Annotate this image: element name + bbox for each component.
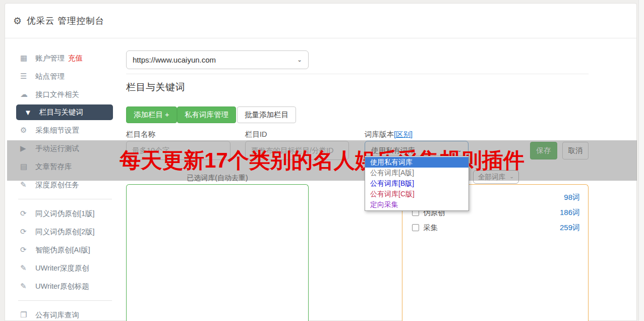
- sidebar-item-edit[interactable]: ✎UWriter原创标题: [5, 277, 120, 295]
- sidebar-item-label: 公有词库查询: [35, 310, 79, 320]
- dropdown-option[interactable]: 公有词库[C版]: [365, 189, 469, 199]
- sidebar-item-label: 同义词伪原创[1版]: [35, 209, 95, 219]
- sidebar-item-label: 智能伪原创[AI版]: [35, 245, 90, 255]
- sidebar-item-label: 接口文件相关: [35, 90, 79, 99]
- gears-icon: ⚙: [20, 126, 35, 135]
- edit-icon: ✎: [20, 282, 35, 291]
- sidebar-item-label: 深度原创任务: [35, 180, 79, 190]
- sidebar-item-book[interactable]: ❐公有词库查询: [5, 306, 120, 321]
- sidebar-divider: [18, 199, 112, 199]
- dropdown-option[interactable]: 使用私有词库: [365, 157, 469, 168]
- app-title: 优采云 管理控制台: [27, 15, 104, 27]
- column-id-label: 栏目ID: [245, 130, 267, 139]
- refresh-icon: ⟳: [20, 245, 35, 254]
- sidebar-item-label: 栏目与关键词: [39, 108, 83, 117]
- sidebar-item-gears[interactable]: ⚙采集细节设置: [5, 121, 120, 139]
- gear-icon: ⚙: [13, 15, 22, 27]
- cloud-upload-icon: ☁: [20, 90, 35, 99]
- section-divider: [126, 74, 589, 74]
- dropdown-option[interactable]: 定向采集: [365, 199, 469, 210]
- batch-add-button[interactable]: 批量添加栏目: [237, 106, 296, 123]
- chevron-down-icon: ⌄: [297, 57, 302, 63]
- word-row-count: 98词: [564, 193, 580, 202]
- sidebar-item-label: UWriter原创标题: [35, 282, 89, 291]
- app-root: ⚙ 优采云 管理控制台 ▦账户管理充值☰站点管理☁接口文件相关▼栏目与关键词⚙采…: [0, 0, 644, 321]
- sidebar-item-label: UWriter深度原创: [35, 263, 89, 273]
- sidebar-item-cloud-upload[interactable]: ☁接口文件相关: [5, 85, 120, 103]
- scrollbar[interactable]: [638, 0, 644, 321]
- dropdown-option[interactable]: 公有词库[A版]: [365, 168, 469, 178]
- sidebar-item-server[interactable]: ☰站点管理: [5, 67, 120, 85]
- promo-overlay: 每天更新17个类别的名人娱乐采集规则插件: [7, 140, 637, 181]
- site-select[interactable]: https://www.ucaiyun.com ⌄: [126, 50, 309, 69]
- bar-chart-icon: ▦: [20, 54, 35, 63]
- word-row-count: 186词: [560, 208, 580, 218]
- server-icon: ☰: [20, 72, 35, 81]
- word-row-checkbox[interactable]: [412, 224, 419, 231]
- site-select-value: https://www.ucaiyun.com: [133, 56, 216, 64]
- recharge-badge[interactable]: 充值: [68, 54, 83, 63]
- refresh-icon: ⟳: [20, 227, 35, 236]
- sidebar-divider: [18, 300, 112, 301]
- sidebar-item-edit[interactable]: ✎UWriter深度原创: [5, 259, 120, 277]
- lib-version-label: 词库版本[区别]: [365, 130, 413, 139]
- sidebar-item-label: 采集细节设置: [35, 126, 79, 135]
- refresh-icon: ⟳: [20, 209, 35, 218]
- book-icon: ❐: [20, 310, 35, 319]
- word-row-label: 采集: [423, 223, 438, 233]
- lib-version-dropdown: 使用私有词库公有词库[A版]公有词库[B版]公有词库[C版]定向采集: [365, 156, 469, 211]
- sidebar-item-refresh[interactable]: ⟳同义词伪原创[2版]: [5, 223, 120, 241]
- selected-words-panel: [126, 184, 309, 321]
- sidebar-item-label: 站点管理: [35, 72, 65, 81]
- add-column-button[interactable]: 添加栏目 +: [126, 106, 177, 123]
- sidebar-item-filter[interactable]: ▼栏目与关键词: [16, 104, 113, 120]
- word-row-count: 259词: [560, 223, 580, 233]
- page-title: 栏目与关键词: [126, 81, 185, 94]
- sidebar-item-refresh[interactable]: ⟳同义词伪原创[1版]: [5, 204, 120, 223]
- filter-icon: ▼: [24, 108, 39, 117]
- word-row: 采集259词: [412, 223, 580, 233]
- edit-icon: ✎: [20, 263, 35, 273]
- sidebar-item-bar-chart[interactable]: ▦账户管理充值: [5, 49, 120, 67]
- private-lib-button[interactable]: 私有词库管理: [177, 106, 236, 123]
- sidebar-item-label: 账户管理: [35, 54, 65, 63]
- column-name-label: 栏目名称: [126, 130, 155, 139]
- lib-version-diff-link[interactable]: [区别]: [394, 130, 413, 138]
- dropdown-option[interactable]: 公有词库[B版]: [365, 178, 469, 189]
- sidebar-item-refresh[interactable]: ⟳智能伪原创[AI版]: [5, 241, 120, 259]
- sidebar-item-label: 同义词伪原创[2版]: [35, 227, 95, 237]
- edit-icon: ✎: [20, 180, 35, 189]
- app-header: ⚙ 优采云 管理控制台: [5, 4, 636, 38]
